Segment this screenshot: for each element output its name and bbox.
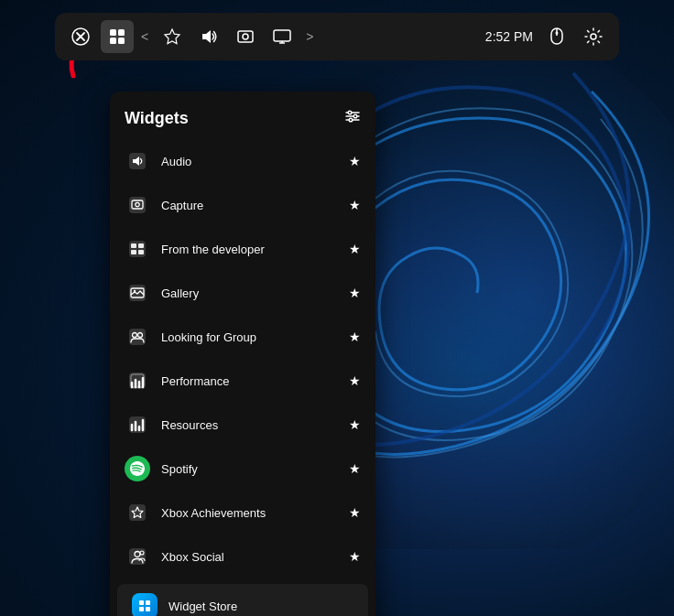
widgets-filter-icon[interactable] [344, 108, 361, 128]
widget-store-label: Widget Store [168, 600, 353, 613]
widgets-title: Widgets [125, 109, 189, 128]
widget-item-capture[interactable]: Capture ★ [110, 183, 375, 227]
capture-widget-icon [125, 192, 150, 218]
looking-for-group-widget-label: Looking for Group [161, 330, 338, 344]
display-icon[interactable] [266, 20, 299, 53]
svg-rect-54 [139, 607, 144, 611]
widget-item-xbox-social[interactable]: Xbox Social ★ [110, 535, 375, 578]
looking-for-group-widget-icon [125, 324, 150, 350]
widget-item-performance[interactable]: Performance ★ [110, 359, 375, 403]
spotify-widget-label: Spotify [161, 462, 338, 476]
svg-rect-31 [129, 285, 146, 301]
widget-item-from-developer[interactable]: From the developer ★ [110, 227, 375, 271]
spotify-widget-star[interactable]: ★ [349, 461, 361, 476]
capture-icon[interactable] [229, 20, 262, 53]
widget-item-audio[interactable]: Audio ★ [110, 139, 375, 183]
widgets-icon[interactable] [101, 20, 134, 53]
widget-item-resources[interactable]: Resources ★ [110, 403, 375, 447]
svg-rect-55 [146, 607, 150, 611]
svg-rect-26 [129, 241, 146, 257]
spotify-widget-icon [125, 456, 150, 481]
xbox-social-widget-label: Xbox Social [161, 550, 338, 564]
from-developer-widget-icon [125, 236, 150, 262]
svg-rect-6 [238, 31, 253, 42]
xbox-achievements-widget-label: Xbox Achievements [161, 506, 338, 520]
system-time: 2:52 PM [485, 29, 537, 44]
widget-item-gallery[interactable]: Gallery ★ [110, 271, 375, 315]
audio-widget-label: Audio [161, 155, 338, 168]
svg-point-14 [591, 34, 596, 39]
svg-rect-27 [131, 243, 136, 248]
looking-for-group-widget-star[interactable]: ★ [349, 330, 361, 344]
svg-point-33 [134, 290, 136, 292]
svg-rect-52 [139, 600, 144, 605]
performance-widget-label: Performance [161, 374, 338, 388]
capture-widget-label: Capture [161, 199, 338, 212]
svg-point-21 [349, 118, 353, 122]
widget-store-icon [132, 593, 158, 616]
svg-point-7 [243, 34, 248, 39]
resources-widget-icon [125, 412, 150, 438]
performance-widget-star[interactable]: ★ [349, 373, 361, 388]
from-developer-widget-label: From the developer [161, 243, 338, 256]
widget-item-looking-for-group[interactable]: Looking for Group ★ [110, 315, 375, 359]
svg-rect-28 [138, 243, 144, 248]
performance-widget-icon [125, 368, 150, 394]
widget-store-row[interactable]: Widget Store [117, 584, 368, 616]
settings-icon[interactable] [577, 20, 610, 53]
svg-point-13 [556, 32, 559, 35]
achievement-icon[interactable] [156, 20, 189, 53]
gallery-widget-star[interactable]: ★ [349, 286, 361, 300]
svg-rect-5 [118, 38, 125, 44]
svg-rect-3 [118, 29, 125, 36]
xbox-icon[interactable] [64, 20, 97, 53]
volume-icon[interactable] [192, 20, 225, 53]
svg-rect-53 [146, 600, 150, 605]
audio-widget-icon [125, 148, 150, 174]
widget-item-spotify[interactable]: Spotify ★ [110, 447, 375, 491]
from-developer-widget-star[interactable]: ★ [349, 242, 361, 256]
svg-point-20 [353, 114, 357, 118]
svg-rect-2 [110, 29, 116, 36]
widgets-panel: Widgets Audio ★ Capture ★ [110, 92, 375, 616]
mouse-icon[interactable] [540, 20, 573, 53]
capture-widget-star[interactable]: ★ [349, 198, 361, 212]
svg-rect-4 [110, 38, 116, 44]
gallery-widget-label: Gallery [161, 286, 338, 300]
xbox-achievements-widget-icon [125, 500, 150, 525]
resources-widget-label: Resources [161, 418, 338, 432]
xbox-social-widget-icon [125, 544, 150, 569]
svg-rect-8 [274, 30, 290, 41]
widget-item-xbox-achievements[interactable]: Xbox Achievements ★ [110, 491, 375, 535]
svg-rect-34 [129, 329, 146, 345]
gallery-widget-icon [125, 280, 150, 306]
svg-point-19 [348, 111, 352, 114]
audio-widget-star[interactable]: ★ [349, 154, 361, 168]
widgets-header: Widgets [110, 92, 375, 139]
xbox-social-widget-star[interactable]: ★ [349, 549, 361, 564]
resources-widget-star[interactable]: ★ [349, 417, 361, 432]
nav-forward[interactable]: > [302, 29, 317, 44]
taskbar: < > 2:52 PM [55, 13, 619, 60]
svg-rect-29 [131, 250, 136, 254]
nav-back[interactable]: < [137, 29, 152, 44]
svg-rect-30 [138, 250, 144, 254]
xbox-achievements-widget-star[interactable]: ★ [349, 505, 361, 520]
